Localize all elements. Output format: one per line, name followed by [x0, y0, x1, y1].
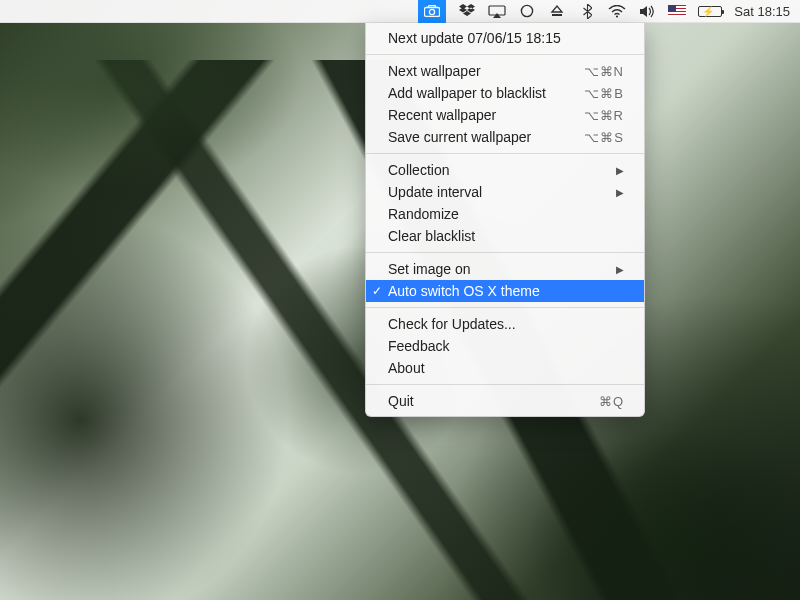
- svg-rect-4: [552, 14, 562, 16]
- menu-item-label: Quit: [388, 393, 599, 409]
- menu-separator: [366, 252, 644, 253]
- menu-item-label: Update interval: [388, 184, 608, 200]
- menu-item-label: Recent wallpaper: [388, 107, 584, 123]
- app-circle-icon[interactable]: [518, 0, 536, 23]
- menu-separator: [366, 384, 644, 385]
- menu-separator: [366, 54, 644, 55]
- menu-item-label: Collection: [388, 162, 608, 178]
- svg-point-1: [430, 9, 435, 14]
- menu-item-label: Add wallpaper to blacklist: [388, 85, 584, 101]
- menu-item-update-interval[interactable]: Update interval ▶: [366, 181, 644, 203]
- app-dropdown-menu: Next update 07/06/15 18:15 Next wallpape…: [365, 23, 645, 417]
- checkmark-icon: ✓: [372, 284, 382, 298]
- menu-item-feedback[interactable]: Feedback: [366, 335, 644, 357]
- menu-item-label: Set image on: [388, 261, 608, 277]
- battery-charging-icon[interactable]: ⚡: [698, 0, 722, 23]
- menu-item-clear-blacklist[interactable]: Clear blacklist: [366, 225, 644, 247]
- menu-item-collection[interactable]: Collection ▶: [366, 159, 644, 181]
- menubar: ⚡ Sat 18:15: [0, 0, 800, 23]
- menu-item-label: Check for Updates...: [388, 316, 624, 332]
- menu-item-shortcut: ⌘Q: [599, 394, 624, 409]
- svg-point-5: [616, 15, 618, 17]
- menu-item-label: Clear blacklist: [388, 228, 624, 244]
- airplay-icon[interactable]: [488, 0, 506, 23]
- menu-item-label: Save current wallpaper: [388, 129, 584, 145]
- menu-item-label: Feedback: [388, 338, 624, 354]
- menu-item-randomize[interactable]: Randomize: [366, 203, 644, 225]
- menubar-clock[interactable]: Sat 18:15: [734, 0, 790, 23]
- menu-item-check-updates[interactable]: Check for Updates...: [366, 313, 644, 335]
- camera-icon[interactable]: [418, 0, 446, 23]
- menu-item-about[interactable]: About: [366, 357, 644, 379]
- menu-separator: [366, 153, 644, 154]
- us-flag-icon[interactable]: [668, 0, 686, 23]
- menu-item-shortcut: ⌥⌘R: [584, 108, 624, 123]
- menu-item-auto-switch-theme[interactable]: ✓ Auto switch OS X theme: [366, 280, 644, 302]
- menu-item-add-blacklist[interactable]: Add wallpaper to blacklist ⌥⌘B: [366, 82, 644, 104]
- chevron-right-icon: ▶: [616, 187, 624, 198]
- menu-item-label: Next wallpaper: [388, 63, 584, 79]
- dropbox-icon[interactable]: [458, 0, 476, 23]
- svg-point-3: [522, 5, 533, 16]
- menu-item-recent-wallpaper[interactable]: Recent wallpaper ⌥⌘R: [366, 104, 644, 126]
- menu-item-label: Auto switch OS X theme: [388, 283, 624, 299]
- menu-item-save-wallpaper[interactable]: Save current wallpaper ⌥⌘S: [366, 126, 644, 148]
- menu-header: Next update 07/06/15 18:15: [366, 27, 644, 49]
- menu-item-shortcut: ⌥⌘S: [584, 130, 624, 145]
- menu-item-label: About: [388, 360, 624, 376]
- menu-header-label: Next update 07/06/15 18:15: [388, 30, 624, 46]
- menu-item-label: Randomize: [388, 206, 624, 222]
- menu-item-set-image-on[interactable]: Set image on ▶: [366, 258, 644, 280]
- menu-item-quit[interactable]: Quit ⌘Q: [366, 390, 644, 412]
- volume-icon[interactable]: [638, 0, 656, 23]
- menu-separator: [366, 307, 644, 308]
- menu-item-shortcut: ⌥⌘N: [584, 64, 624, 79]
- bluetooth-icon[interactable]: [578, 0, 596, 23]
- chevron-right-icon: ▶: [616, 165, 624, 176]
- menu-item-next-wallpaper[interactable]: Next wallpaper ⌥⌘N: [366, 60, 644, 82]
- menu-item-shortcut: ⌥⌘B: [584, 86, 624, 101]
- wifi-icon[interactable]: [608, 0, 626, 23]
- chevron-right-icon: ▶: [616, 264, 624, 275]
- eject-icon[interactable]: [548, 0, 566, 23]
